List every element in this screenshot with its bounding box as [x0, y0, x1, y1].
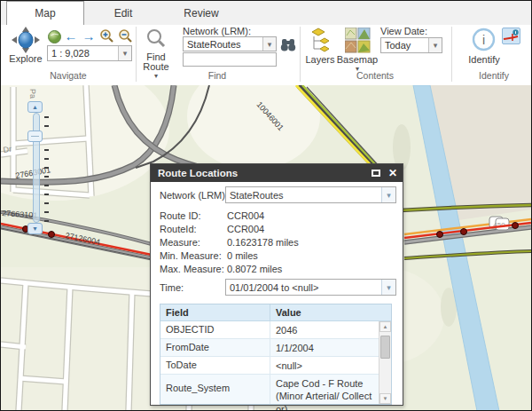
slider-thumb[interactable]: [27, 130, 43, 142]
ribbon-body: Explore ← → 1 : 9,028 ▾ Navigate Find: [1, 25, 531, 85]
cell-value: 2046: [270, 321, 379, 338]
slider-track[interactable]: [33, 113, 40, 223]
route-locations-dialog: Route Locations ✕ Network (LRM): StateRo…: [150, 163, 403, 406]
find-route-label-2: Route: [137, 61, 176, 72]
attributes-table: Field Value OBJECTID 2046 FromDate 1/1/2…: [160, 304, 392, 405]
chevron-down-icon[interactable]: ▾: [381, 280, 395, 295]
group-separator: [451, 27, 452, 82]
cell-field: Route_System: [160, 375, 270, 404]
application-window: Map Edit Review Explore ← →: [0, 0, 532, 411]
chevron-down-icon[interactable]: ▾: [118, 46, 131, 60]
slider-up-button[interactable]: ▲: [27, 101, 43, 113]
identify-icon: i: [472, 28, 496, 51]
layers-label: Layers: [301, 54, 340, 65]
dialog-title: Route Locations: [158, 168, 238, 178]
cell-value: <null>: [270, 357, 379, 374]
measure-value: 0.1623178 miles: [227, 237, 299, 248]
search-icon: [145, 28, 167, 49]
map-scale-value: 1 : 9,028: [48, 48, 118, 59]
basemap-icon: [345, 28, 371, 53]
identify-button[interactable]: i: [471, 27, 496, 51]
map-scale-combobox[interactable]: 1 : 9,028 ▾: [47, 45, 132, 61]
maximize-icon[interactable]: [372, 170, 380, 177]
time-label: Time:: [160, 282, 184, 293]
table-row[interactable]: ToDate <null>: [160, 357, 379, 375]
cell-field: FromDate: [160, 339, 270, 356]
cell-value: 1/1/2004: [270, 339, 379, 356]
identify-label: Identify: [465, 54, 504, 65]
group-label-identify: Identify: [458, 70, 529, 81]
identify-route-icon: [503, 28, 520, 43]
route-id-label: Route ID:: [160, 210, 200, 221]
tab-edit[interactable]: Edit: [84, 1, 162, 25]
value-column-header: Value: [270, 304, 391, 320]
chevron-down-icon[interactable]: ▾: [381, 187, 395, 202]
time-combobox[interactable]: 01/01/2004 to <null> ▾: [225, 279, 396, 296]
table-row[interactable]: Route_System Cape Cod - F Route (Minor A…: [160, 375, 379, 404]
network-value: StateRoutes: [226, 190, 381, 201]
scroll-thumb[interactable]: [380, 336, 390, 359]
find-route-button[interactable]: [145, 27, 168, 50]
scroll-up-icon[interactable]: ▲: [379, 321, 391, 332]
chevron-down-icon[interactable]: ▾: [428, 38, 442, 52]
explore-button[interactable]: [10, 26, 42, 54]
network-lrm-value: StateRoutes: [184, 39, 262, 50]
tab-review[interactable]: Review: [162, 1, 240, 25]
route-input[interactable]: [183, 52, 277, 67]
table-header: Field Value: [160, 304, 391, 321]
cell-field: ToDate: [160, 357, 270, 374]
min-measure-value: 0 miles: [227, 250, 258, 261]
basemap-label: Basemap: [336, 54, 379, 65]
identify-route-locations-tool[interactable]: [502, 28, 520, 44]
network-lrm-label: Network (LRM):: [183, 26, 262, 36]
street-label: Pa: [28, 89, 37, 99]
dialog-titlebar[interactable]: Route Locations ✕: [151, 164, 403, 182]
network-combobox[interactable]: StateRoutes ▾: [225, 186, 396, 203]
view-date-label: View Date:: [380, 26, 442, 36]
cell-value: Cape Cod - F Route (Minor Arterial/ Coll…: [270, 375, 379, 404]
table-row[interactable]: OBJECTID 2046: [160, 321, 379, 339]
basemap-button[interactable]: [343, 27, 372, 53]
street-label: Dr: [3, 145, 12, 154]
slider-down-button[interactable]: ▼: [27, 223, 43, 234]
explore-compass-icon: [11, 27, 41, 53]
measure-label: Measure:: [160, 237, 200, 248]
table-row[interactable]: FromDate 1/1/2004: [160, 339, 379, 357]
tab-map[interactable]: Map: [6, 1, 84, 25]
field-column-header: Field: [160, 304, 270, 320]
route-id-value: CCR004: [227, 210, 264, 221]
chevron-down-icon[interactable]: ▾: [262, 37, 276, 51]
group-label-navigate: Navigate: [33, 70, 104, 81]
routeid-label: RouteId:: [160, 224, 197, 234]
max-measure-value: 0.8072 miles: [227, 264, 282, 274]
close-icon[interactable]: ✕: [388, 168, 397, 178]
min-measure-label: Min. Measure:: [160, 250, 222, 261]
zoom-in-icon[interactable]: [98, 28, 114, 43]
ribbon-tab-bar: Map Edit Review: [1, 1, 531, 25]
dialog-body: Network (LRM): StateRoutes ▾ Route ID: C…: [151, 182, 403, 405]
layers-icon: [307, 28, 333, 53]
network-lrm-combobox[interactable]: StateRoutes ▾: [183, 36, 277, 51]
full-extent-globe-icon[interactable]: [47, 29, 61, 43]
view-date-combobox[interactable]: Today ▾: [380, 37, 442, 53]
group-label-contents: Contents: [340, 70, 411, 81]
network-label: Network (LRM):: [160, 190, 228, 201]
zoom-out-icon[interactable]: [117, 28, 133, 43]
scroll-down-icon[interactable]: ▼: [379, 393, 391, 404]
table-scrollbar[interactable]: ▲ ▼: [379, 321, 391, 404]
cell-field: OBJECTID: [160, 321, 270, 338]
previous-extent-icon[interactable]: ←: [63, 28, 79, 43]
group-label-find: Find: [182, 70, 253, 81]
view-date-value: Today: [381, 40, 428, 51]
max-measure-label: Max. Measure:: [160, 264, 224, 274]
binoculars-icon[interactable]: [280, 36, 296, 52]
time-value: 01/01/2004 to <null>: [226, 282, 381, 293]
next-extent-icon[interactable]: →: [81, 28, 97, 43]
svg-text:i: i: [481, 33, 484, 47]
explore-label: Explore: [4, 53, 47, 64]
ribbon: Map Edit Review Explore ← →: [1, 1, 531, 85]
find-route-dropdown-icon[interactable]: ▾: [147, 72, 165, 80]
routeid-value: CCR004: [227, 224, 264, 234]
layers-button[interactable]: [306, 27, 334, 53]
